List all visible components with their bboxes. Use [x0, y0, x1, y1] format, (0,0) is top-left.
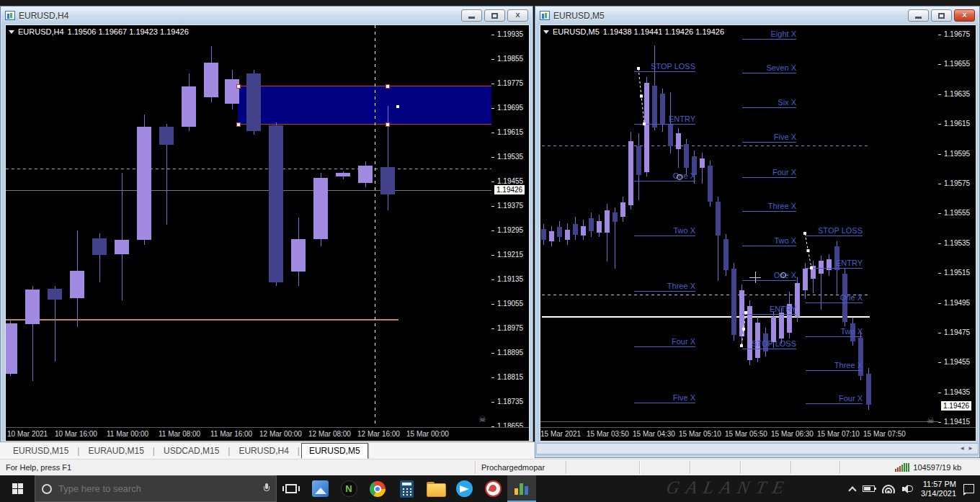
- chart-label[interactable]: ENTRY: [616, 115, 695, 123]
- scroll-right-icon[interactable]: ►: [968, 446, 974, 452]
- status-empty-section: [741, 461, 791, 474]
- task-view-button[interactable]: [277, 475, 306, 502]
- chart-label[interactable]: Three X: [788, 361, 863, 369]
- chart-label[interactable]: Seven X: [724, 63, 796, 72]
- microphone-icon[interactable]: [264, 483, 270, 494]
- price-tick-mark: [491, 377, 494, 378]
- chart-tab-eurusd-m15[interactable]: EURUSD,M15: [6, 444, 76, 458]
- horizontal-line[interactable]: [542, 145, 870, 146]
- chart-label[interactable]: Five X: [724, 133, 796, 141]
- taskbar-clock[interactable]: 11:57 PM 3/14/2021: [921, 480, 956, 498]
- chart-tab-euraud-m15[interactable]: EURAUD,M15: [81, 444, 151, 458]
- volume-icon[interactable]: [902, 485, 914, 493]
- action-center-icon[interactable]: [963, 484, 974, 493]
- price-tick-label: 1.19135: [497, 275, 523, 283]
- chart-label[interactable]: Eight X: [724, 30, 796, 38]
- chart-label[interactable]: STOP LOSS: [724, 339, 796, 348]
- chart-ohlc-values: 1.19438 1.19441 1.19426 1.19426: [603, 27, 724, 36]
- dropdown-arrow-icon[interactable]: [543, 30, 549, 34]
- chart-label-line: [742, 73, 796, 73]
- horizontal-line[interactable]: [540, 421, 940, 422]
- chart-label[interactable]: Five X: [616, 393, 695, 402]
- taskbar-app-metatrader[interactable]: [507, 475, 536, 502]
- time-tick-label: 12 Mar 16:00: [357, 430, 400, 438]
- window-titlebar[interactable]: EURUSD,H4 X: [1, 7, 532, 24]
- price-tick-mark: [938, 154, 941, 155]
- chart-label-line: [742, 349, 796, 349]
- price-tick-label: 1.19595: [944, 150, 970, 158]
- candle-body: [644, 83, 649, 172]
- close-button[interactable]: X: [954, 9, 975, 22]
- object-handle[interactable]: [386, 84, 390, 89]
- chart-label[interactable]: Three X: [724, 202, 796, 210]
- chart-label[interactable]: ENTRY: [788, 259, 863, 267]
- taskbar-app-calculator[interactable]: [392, 475, 421, 502]
- chart-client-area: EURUSD,H4 1.19506 1.19667 1.19423 1.1942…: [5, 24, 530, 442]
- minimize-icon: [915, 17, 922, 19]
- chart-label[interactable]: Two X: [616, 226, 695, 235]
- chart-label[interactable]: One X: [788, 293, 863, 302]
- minimize-button[interactable]: [908, 9, 929, 22]
- horizontal-line[interactable]: [542, 316, 870, 318]
- maximize-button[interactable]: [931, 9, 952, 22]
- chart-label[interactable]: Four X: [788, 394, 863, 403]
- chart-tab-eurusd-h4[interactable]: EURUSD,H4: [231, 444, 295, 458]
- taskbar-app-file-explorer[interactable]: [421, 475, 450, 502]
- taskbar-app-photos[interactable]: [306, 475, 334, 502]
- close-icon: X: [515, 12, 520, 19]
- chart-plot-h4[interactable]: EURUSD,H4 1.19506 1.19667 1.19423 1.1942…: [6, 25, 493, 429]
- taskbar-app-ninjatrader[interactable]: N: [334, 475, 363, 502]
- chart-tab-eurusd-m5[interactable]: EURUSD,M5: [301, 443, 368, 459]
- candle-body: [605, 210, 610, 233]
- tray-expand-icon[interactable]: [848, 486, 856, 494]
- taskbar-app-misc[interactable]: [478, 475, 507, 502]
- status-help-section: For Help, press F1: [0, 461, 476, 474]
- chart-label[interactable]: STOP LOSS: [788, 226, 863, 235]
- chart-label[interactable]: Two X: [788, 327, 863, 336]
- window-titlebar[interactable]: EURUSD,M5 X: [536, 7, 979, 24]
- candle-body: [589, 218, 594, 231]
- taskbar-search[interactable]: [35, 475, 277, 502]
- wifi-icon[interactable]: [882, 485, 895, 493]
- zone-rectangle[interactable]: [238, 86, 493, 124]
- tab-separator: |: [296, 446, 301, 456]
- horizontal-scrollbar[interactable]: ◄ ►: [536, 443, 979, 454]
- chart-window-eurusd-h4[interactable]: EURUSD,H4 X EURUSD,H4 1.19506 1.19667 1.…: [0, 6, 533, 442]
- chart-plot-m5[interactable]: EURUSD,M5 1.19438 1.19441 1.19426 1.1942…: [540, 25, 940, 429]
- vertical-dashed-line[interactable]: [375, 25, 375, 429]
- chart-label[interactable]: Four X: [616, 337, 695, 346]
- scroll-left-icon[interactable]: ◄: [959, 446, 965, 452]
- object-handle[interactable]: [386, 122, 390, 127]
- chart-label[interactable]: One X: [616, 171, 695, 180]
- object-handle[interactable]: [236, 84, 241, 89]
- candle-body: [549, 231, 554, 241]
- chart-window-eurusd-m5[interactable]: EURUSD,M5 X EURUSD,M5 1.19438 1.19441 1.…: [535, 6, 980, 458]
- dropdown-arrow-icon[interactable]: [9, 30, 14, 34]
- taskbar-app-telegram[interactable]: [450, 475, 478, 502]
- start-button[interactable]: [0, 475, 35, 502]
- battery-icon[interactable]: [863, 485, 875, 492]
- minimize-button[interactable]: [461, 9, 482, 22]
- object-handle[interactable]: [236, 122, 241, 127]
- time-tick-label: 12 Mar 08:00: [308, 430, 351, 438]
- horizontal-line[interactable]: [6, 169, 493, 169]
- chart-label[interactable]: ENTRY: [724, 305, 796, 313]
- chart-label[interactable]: STOP LOSS: [616, 62, 695, 71]
- chart-label[interactable]: Six X: [724, 98, 796, 107]
- taskbar-app-chrome[interactable]: [363, 475, 392, 502]
- window-title: EURUSD,H4: [19, 11, 68, 21]
- search-input[interactable]: [58, 483, 264, 494]
- price-tick-mark: [938, 303, 941, 304]
- chart-label[interactable]: Two X: [724, 236, 796, 245]
- horizontal-line[interactable]: [6, 190, 493, 191]
- object-handle[interactable]: [396, 105, 399, 108]
- resistance-line[interactable]: [238, 86, 493, 86]
- price-tick-label: 1.19775: [497, 79, 523, 87]
- chart-label[interactable]: Four X: [724, 168, 796, 176]
- chart-label[interactable]: Three X: [616, 282, 695, 290]
- maximize-button[interactable]: [484, 9, 505, 22]
- horizontal-line[interactable]: [6, 319, 398, 321]
- close-button[interactable]: X: [507, 9, 528, 22]
- candle-body: [6, 323, 17, 374]
- chart-tab-usdcad-m15[interactable]: USDCAD,M15: [156, 444, 226, 458]
